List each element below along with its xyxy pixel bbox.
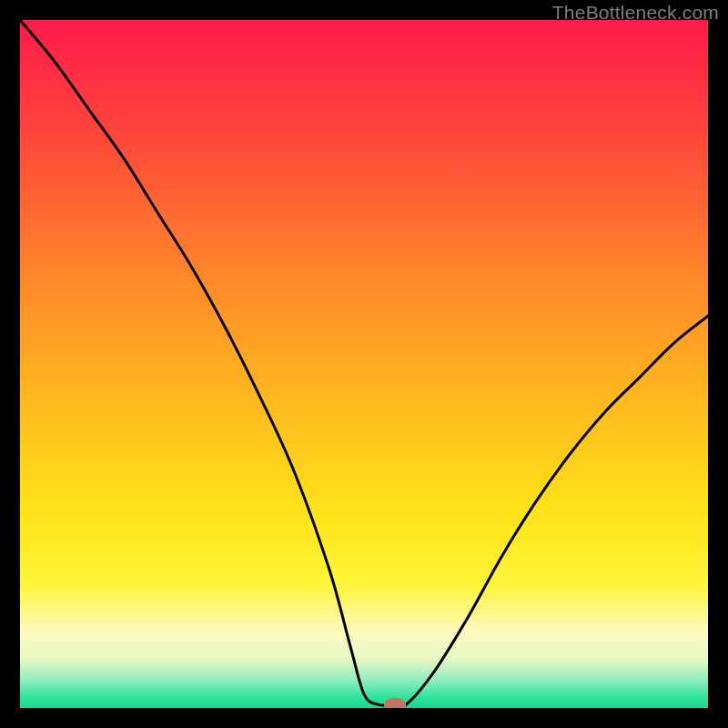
plot-area xyxy=(20,20,708,708)
chart-frame: TheBottleneck.com xyxy=(0,0,728,728)
gradient-background xyxy=(20,20,708,708)
attribution-text: TheBottleneck.com xyxy=(552,2,719,24)
chart-svg xyxy=(20,20,708,708)
